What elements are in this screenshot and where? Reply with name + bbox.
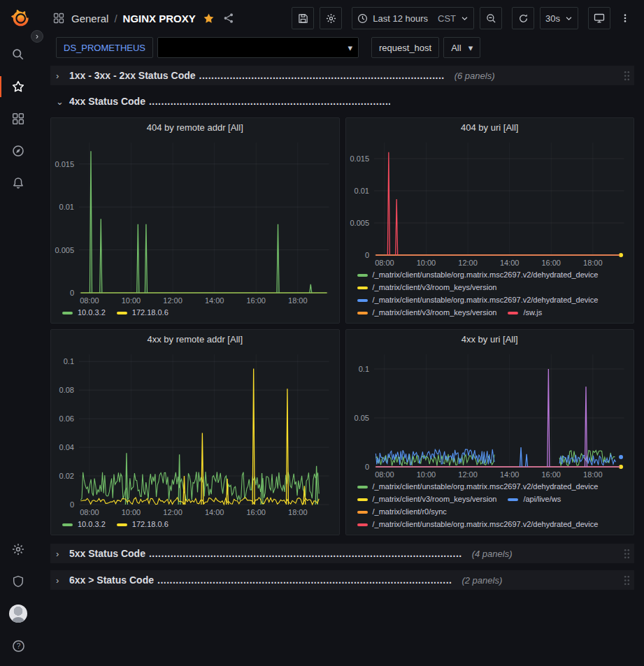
chevron-down-icon: ⌄ [56, 96, 63, 107]
svg-text:10:00: 10:00 [122, 508, 141, 516]
svg-text:14:00: 14:00 [499, 470, 519, 479]
share-icon[interactable] [222, 11, 236, 25]
row-title-dots: ........................................… [149, 96, 390, 107]
svg-text:10:00: 10:00 [122, 296, 141, 305]
legend-item[interactable]: /sw.js [508, 307, 542, 318]
panels-count: (4 panels) [472, 549, 513, 559]
svg-text:10:00: 10:00 [416, 259, 436, 267]
host-variable-label[interactable]: request_host [371, 37, 439, 58]
refresh-interval-label: 30s [545, 13, 560, 24]
legend-item[interactable]: 10.0.3.2 [62, 307, 106, 318]
kiosk-mode-button[interactable] [588, 7, 610, 29]
chevron-down-icon: ▾ [468, 43, 473, 53]
breadcrumb-section[interactable]: General [71, 13, 108, 24]
panels-count: (6 panels) [455, 71, 495, 81]
legend-item[interactable]: /_matrix/client/unstable/org.matrix.msc2… [357, 270, 599, 280]
user-avatar [9, 605, 27, 623]
sidebar-item-server-admin[interactable] [0, 565, 36, 598]
apps-grid-icon [52, 11, 66, 25]
svg-text:0.06: 0.06 [59, 414, 74, 423]
svg-text:0.005: 0.005 [350, 219, 369, 227]
gear-icon [12, 543, 24, 556]
time-series-chart[interactable]: 08:0010:0012:0014:0016:0018:0000.020.040… [51, 349, 339, 519]
legend: 10.0.3.2172.18.0.6 [51, 519, 339, 535]
legend-item[interactable]: /_matrix/client/unstable/org.matrix.msc2… [357, 482, 599, 492]
time-series-chart[interactable]: 08:0010:0012:0014:0016:0018:0000.0050.01… [51, 137, 339, 307]
zoom-out-icon [486, 13, 496, 24]
svg-text:08:00: 08:00 [80, 508, 99, 516]
time-range-label: Last 12 hours [373, 13, 428, 24]
legend: /_matrix/client/unstable/org.matrix.msc2… [346, 481, 634, 535]
row-drag-handle[interactable] [624, 71, 630, 81]
sidebar-item-help[interactable]: ? [0, 630, 36, 662]
time-series-chart[interactable]: 08:0010:0012:0014:0016:0018:0000.050.1 [346, 349, 634, 481]
legend-item[interactable]: /_matrix/client/v3/room_keys/version [357, 282, 497, 293]
svg-text:0.005: 0.005 [55, 246, 74, 254]
monitor-icon [594, 13, 605, 24]
legend: 10.0.3.2172.18.0.6 [51, 307, 339, 323]
sidebar-expand-button[interactable]: › [31, 30, 43, 43]
grafana-logo-icon[interactable] [6, 6, 30, 30]
row-drag-handle[interactable] [624, 575, 630, 586]
time-range-picker[interactable]: Last 12 hours CST [352, 7, 474, 29]
shield-icon [12, 575, 24, 588]
svg-text:12:00: 12:00 [458, 259, 478, 267]
zoom-out-time-button[interactable] [480, 7, 502, 29]
kebab-menu-button[interactable] [616, 7, 634, 29]
favorite-star-icon[interactable] [201, 11, 216, 26]
svg-text:12:00: 12:00 [458, 470, 478, 479]
chevron-right-icon: › [56, 71, 63, 81]
sidebar-item-starred[interactable] [0, 71, 36, 103]
legend-item[interactable]: 10.0.3.2 [62, 519, 106, 530]
row-5xx[interactable]: › 5xx Status Code ......................… [50, 544, 634, 563]
svg-text:14:00: 14:00 [499, 259, 519, 267]
panel-4xx-by-uri: 4xx by uri [All] 08:0010:0012:0014:0016:… [345, 329, 635, 535]
legend-item[interactable]: 172.18.0.6 [117, 519, 169, 530]
sidebar-item-explore[interactable] [0, 135, 36, 167]
refresh-button[interactable] [512, 7, 534, 29]
sidebar: ? [0, 0, 36, 666]
panel-title[interactable]: 404 by uri [All] [346, 118, 634, 137]
legend-item[interactable]: /_matrix/client/unstable/org.matrix.msc2… [357, 519, 599, 530]
dashboard-settings-button[interactable] [320, 7, 342, 29]
chevron-right-icon: › [56, 575, 63, 586]
svg-text:0.015: 0.015 [350, 154, 369, 163]
legend-item[interactable]: /_matrix/client/r0/sync [357, 507, 447, 517]
ds-variable-value-dropdown[interactable]: ▾ [157, 37, 359, 58]
svg-text:0.1: 0.1 [64, 357, 74, 365]
row-drag-handle[interactable] [624, 549, 630, 559]
host-variable-value: All [451, 43, 461, 53]
dashboards-grid-icon [12, 113, 24, 125]
legend-item[interactable]: /_matrix/client/v3/room_keys/version [357, 494, 497, 505]
save-dashboard-button[interactable] [292, 7, 314, 29]
refresh-interval-dropdown[interactable]: 30s [540, 7, 578, 29]
host-variable-value-dropdown[interactable]: All ▾ [443, 37, 480, 58]
search-icon [12, 48, 24, 61]
row-title-dots: ........................................… [199, 70, 445, 81]
legend-item[interactable]: 172.18.0.6 [117, 307, 169, 318]
chevron-down-icon [565, 15, 573, 22]
panel-title[interactable]: 4xx by remote addr [All] [51, 330, 339, 349]
ds-variable-label[interactable]: DS_PROMETHEUS [56, 37, 153, 58]
svg-text:0: 0 [70, 289, 74, 297]
sidebar-item-profile[interactable] [0, 598, 36, 630]
sidebar-item-search[interactable] [0, 38, 36, 71]
sidebar-item-configuration[interactable] [0, 533, 36, 565]
svg-text:0.04: 0.04 [59, 443, 74, 451]
sidebar-item-alerting[interactable] [0, 167, 36, 199]
sidebar-item-dashboards[interactable] [0, 103, 36, 135]
row-6xx[interactable]: › 6xx > Status Code ....................… [50, 570, 634, 590]
row-4xx[interactable]: ⌄ 4xx Status Code ......................… [50, 92, 634, 110]
legend-item[interactable]: /api/live/ws [508, 494, 561, 505]
panel-title[interactable]: 404 by remote addr [All] [51, 118, 339, 137]
svg-text:0.02: 0.02 [59, 472, 74, 480]
svg-text:16:00: 16:00 [246, 296, 266, 305]
row-1xx-3xx-2xx[interactable]: › 1xx - 3xx - 2xx Status Code ..........… [50, 66, 634, 85]
panel-title[interactable]: 4xx by uri [All] [346, 330, 634, 349]
legend-item[interactable]: /_matrix/client/v3/room_keys/version [357, 307, 497, 318]
panels-count: (2 panels) [461, 575, 502, 586]
legend-item[interactable]: /_matrix/client/unstable/org.matrix.msc2… [357, 295, 599, 305]
time-series-chart[interactable]: 08:0010:0012:0014:0016:0018:0000.0050.01… [346, 137, 634, 269]
breadcrumb-dashboard-title[interactable]: NGINX PROXY [123, 13, 196, 24]
svg-text:08:00: 08:00 [375, 259, 394, 267]
